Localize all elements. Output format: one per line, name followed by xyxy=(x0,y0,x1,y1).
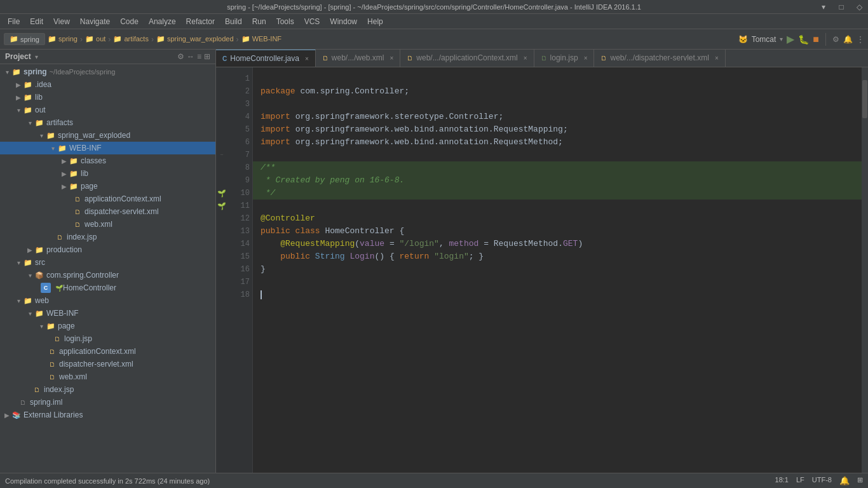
stop-button[interactable]: ■ xyxy=(813,34,819,45)
tree-item-appctx2[interactable]: 🗋 applicationContext.xml xyxy=(0,345,215,358)
tree-item-spring-war[interactable]: ▾ 📁 spring_war_exploded xyxy=(0,129,215,142)
tree-item-classes[interactable]: ▶ 📁 classes xyxy=(0,154,215,167)
tree-item-webinf[interactable]: ▾ 📁 WEB-INF xyxy=(0,142,215,154)
menu-refactor[interactable]: Refactor xyxy=(181,16,220,27)
tree-item-web[interactable]: ▾ 📁 web xyxy=(0,294,215,307)
tab-webxml[interactable]: 🗋 web/.../web.xml × xyxy=(316,50,401,67)
menu-window[interactable]: Window xyxy=(325,16,362,27)
breadcrumb-out[interactable]: 📁 out xyxy=(85,35,105,43)
tree-item-appctx[interactable]: 🗋 applicationContext.xml xyxy=(0,193,215,205)
tree-item-idea[interactable]: ▶ 📁 .idea xyxy=(0,78,215,91)
tab-disp-close[interactable]: × xyxy=(715,55,719,62)
tree-arrow-spring: ▾ xyxy=(3,69,11,76)
gutter-fold1[interactable]: − xyxy=(220,149,223,161)
tree-item-page2[interactable]: ▾ 📁 page xyxy=(0,320,215,332)
menu-navigate[interactable]: Navigate xyxy=(75,16,115,27)
restore-button[interactable]: ◇ xyxy=(850,0,868,14)
menu-analyze[interactable]: Analyze xyxy=(144,16,181,27)
editor-scrollbar[interactable] xyxy=(862,67,868,473)
tree-item-out[interactable]: ▾ 📁 out xyxy=(0,104,215,116)
tree-item-page[interactable]: ▶ 📁 page xyxy=(0,180,215,193)
src-label: src xyxy=(35,258,45,267)
gutter-marker1[interactable]: 🌱 xyxy=(217,200,226,212)
page2-label: page xyxy=(58,322,75,330)
gutter-fold2[interactable]: 🌱 xyxy=(217,187,226,200)
tree-item-artifacts[interactable]: ▾ 📁 artifacts xyxy=(0,116,215,129)
tab-webxml-close[interactable]: × xyxy=(390,55,394,62)
menu-view[interactable]: View xyxy=(48,16,75,27)
idea-folder-icon: 📁 xyxy=(23,79,33,90)
filter-icon[interactable]: ≡ xyxy=(197,52,201,61)
tree-arrow-lib: ▶ xyxy=(14,94,23,101)
tree-item-webinf2[interactable]: ▾ 📁 WEB-INF xyxy=(0,307,215,320)
pin-icon[interactable]: ⊞ xyxy=(204,52,210,61)
dropdown-arrow[interactable]: ▾ xyxy=(35,53,38,60)
breadcrumb-artifacts[interactable]: 📁 artifacts xyxy=(113,35,149,43)
webinf2-label: WEB-INF xyxy=(46,309,79,318)
tab-homecontroller[interactable]: C HomeController.java × xyxy=(216,50,316,67)
tree-item-index-jsp2[interactable]: 🗋 index.jsp xyxy=(0,383,215,396)
tree-item-production[interactable]: ▶ 📁 production xyxy=(0,243,215,256)
tab-login-close[interactable]: × xyxy=(584,55,588,62)
menu-help[interactable]: Help xyxy=(362,16,388,27)
tab-login[interactable]: 🗋 login.jsp × xyxy=(534,50,595,67)
tree-item-index-jsp[interactable]: 🗋 index.jsp xyxy=(0,231,215,243)
status-expand[interactable]: ⊞ xyxy=(857,476,863,485)
menu-vcs[interactable]: VCS xyxy=(299,16,325,27)
tree-item-spring-iml[interactable]: 🗋 spring.iml xyxy=(0,396,215,409)
tab-homecontroller-label: HomeController.java xyxy=(230,54,299,63)
tree-item-extlib[interactable]: ▶ 📚 External Libraries xyxy=(0,409,215,421)
tree-item-lib2[interactable]: ▶ 📁 lib xyxy=(0,167,215,180)
scrollbar-thumb[interactable] xyxy=(862,80,867,118)
tree-item-webxml[interactable]: 🗋 web.xml xyxy=(0,218,215,231)
run-config-arrow[interactable]: ▾ xyxy=(780,36,783,43)
status-notifications[interactable]: 🔔 xyxy=(839,476,850,485)
tab-xml-icon-3: 🗋 xyxy=(600,55,607,62)
more-icon[interactable]: ⋮ xyxy=(857,35,864,44)
tab-appctx[interactable]: 🗋 web/.../applicationContext.xml × xyxy=(400,50,534,67)
menu-build[interactable]: Build xyxy=(220,16,247,27)
tree-item-spring[interactable]: ▾ 📁 spring ~/IdeaProjects/spring xyxy=(0,65,215,78)
page-folder-icon: 📁 xyxy=(69,181,79,191)
webinf-folder-icon: 📁 xyxy=(57,143,67,153)
project-selector[interactable]: 📁 spring xyxy=(4,33,45,45)
web-folder-icon: 📁 xyxy=(23,295,33,306)
production-label: production xyxy=(46,245,82,254)
tree-item-src[interactable]: ▾ 📁 src xyxy=(0,256,215,269)
tree-item-disp2[interactable]: 🗋 dispatcher-servlet.xml xyxy=(0,358,215,370)
tree-item-homecontroller[interactable]: C 🌱 HomeController xyxy=(0,281,215,294)
tree-item-disp[interactable]: 🗋 dispatcher-servlet.xml xyxy=(0,205,215,218)
settings-icon[interactable]: ⚙ xyxy=(832,35,839,44)
tab-java-icon: C xyxy=(222,55,227,62)
menu-code[interactable]: Code xyxy=(115,16,144,27)
tree-item-pkg[interactable]: ▾ 📦 com.spring.Controller xyxy=(0,269,215,281)
menu-tools[interactable]: Tools xyxy=(271,16,299,27)
maximize-button[interactable]: □ xyxy=(832,0,850,14)
menu-file[interactable]: File xyxy=(3,16,25,27)
status-position[interactable]: 18:1 xyxy=(775,476,789,485)
tree-item-webxml2[interactable]: 🗋 web.xml xyxy=(0,370,215,383)
tab-homecontroller-close[interactable]: × xyxy=(305,55,309,62)
spring-bean-icon: 🌱 xyxy=(55,285,63,292)
login-jsp-icon: 🗋 xyxy=(52,334,62,344)
tab-disp[interactable]: 🗋 web/.../dispatcher-servlet.xml × xyxy=(594,50,725,67)
debug-button[interactable]: 🐛 xyxy=(798,34,809,44)
menu-run[interactable]: Run xyxy=(247,16,271,27)
run-button[interactable]: ▶ xyxy=(787,33,794,45)
tab-appctx-close[interactable]: × xyxy=(524,55,527,62)
expand-icon[interactable]: ↔ xyxy=(187,52,194,61)
breadcrumb-spring-war[interactable]: 📁 spring_war_exploded xyxy=(156,35,234,43)
index-jsp-icon: 🗋 xyxy=(55,232,65,242)
tree-item-lib-root[interactable]: ▶ 📁 lib xyxy=(0,91,215,104)
status-encoding[interactable]: UTF-8 xyxy=(812,476,832,485)
code-content[interactable]: package com.spring.Controller; import or… xyxy=(253,67,862,473)
menu-edit[interactable]: Edit xyxy=(25,16,48,27)
gear-icon[interactable]: ⚙ xyxy=(177,52,184,61)
tree-item-login-jsp[interactable]: 🗋 login.jsp xyxy=(0,332,215,345)
breadcrumb-webinf[interactable]: 📁 WEB-INF xyxy=(241,35,282,43)
notifications-icon[interactable]: 🔔 xyxy=(843,35,853,44)
index-jsp2-label: index.jsp xyxy=(44,385,74,394)
status-lf[interactable]: LF xyxy=(796,476,804,485)
minimize-button[interactable]: ▾ xyxy=(815,0,832,14)
breadcrumb-spring[interactable]: 📁 spring xyxy=(48,35,78,43)
